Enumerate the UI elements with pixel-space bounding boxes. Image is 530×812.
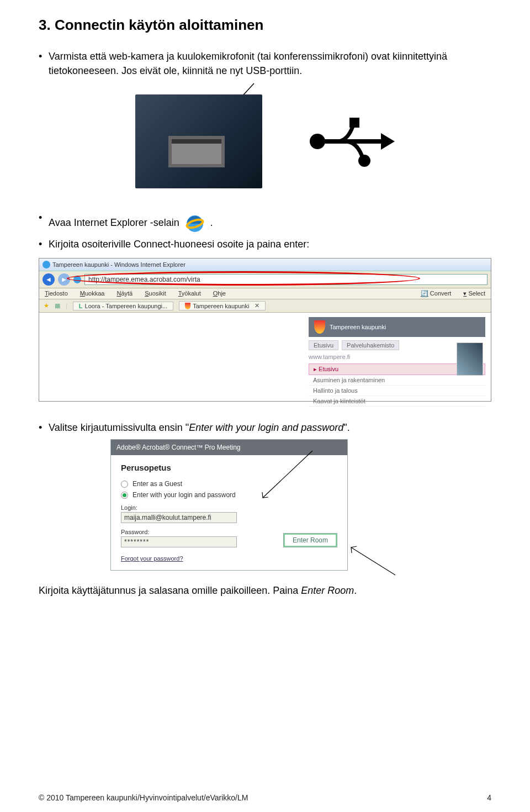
favorites-star-icon[interactable]: ★ [44, 302, 49, 309]
ie-small-icon [43, 261, 50, 268]
radio-login-label: Enter with your login and password [132, 491, 236, 499]
bullet-open-ie-text: Avaa Internet Explorer -selain [49, 215, 179, 230]
menu-tools[interactable]: Työkalut [178, 290, 201, 297]
footer-copyright: © 2010 Tampereen kaupunki/Hyvinvointipal… [39, 793, 248, 802]
forgot-password-link[interactable]: Forgot your password? [121, 555, 183, 562]
nav-item-kaavat[interactable]: Kaavat ja kiinteistöt [309, 396, 485, 407]
menu-edit[interactable]: Muokkaa [80, 290, 105, 297]
nav-back-icon[interactable]: ◄ [43, 273, 55, 286]
svg-rect-4 [349, 118, 359, 128]
site-thumbnail [457, 342, 483, 376]
usb-logo-icon [306, 106, 395, 177]
svg-point-5 [358, 155, 370, 167]
menu-help[interactable]: Ohje [213, 290, 226, 297]
menu-view[interactable]: Näytä [116, 290, 132, 297]
nav-item-asuminen[interactable]: Asuminen ja rakentaminen [309, 375, 485, 386]
login-field-label: Login: [121, 504, 337, 511]
bullet-select-login-option: Valitse kirjautumissivulta ensin "Enter … [49, 420, 491, 435]
radio-guest-label: Enter as a Guest [132, 480, 182, 488]
radio-login[interactable] [121, 492, 128, 499]
address-bar[interactable]: http://tampere.emea.acrobat.com/virta [84, 274, 487, 285]
site-tab-etusivu[interactable]: Etusivu [309, 340, 338, 350]
bullet-open-ie-period: . [210, 215, 213, 230]
nav-forward-icon[interactable]: ► [58, 273, 70, 286]
close-tab-icon[interactable]: ✕ [251, 302, 259, 309]
browser-screenshot: Tampereen kaupunki - Windows Internet Ex… [39, 258, 491, 402]
browser-tab-1[interactable]: L Loora - Tampereen kaupungi... [73, 302, 173, 310]
svg-line-9 [351, 547, 395, 575]
login-dialog-title: Adobe® Acrobat® Connect™ Pro Meeting [111, 440, 347, 455]
menu-favorites[interactable]: Suosikit [145, 290, 166, 297]
arrow-to-enter-room [348, 545, 398, 578]
usb-port-photo [135, 94, 262, 188]
bullet-write-address: Kirjoita osoiteriville Connect-huoneesi … [49, 237, 491, 251]
bullet-prerequisite: Varmista että web-kamera ja kuulokemikro… [49, 49, 491, 78]
section-heading: 3. Connectin käytön aloittaminen [39, 17, 491, 34]
browser-tab-2[interactable]: Tampereen kaupunki ✕ [179, 301, 266, 310]
closing-instruction: Kirjoita käyttäjätunnus ja salasana omil… [39, 585, 491, 597]
convert-button[interactable]: 🔄 Convert [421, 290, 452, 297]
password-input[interactable]: ******** [121, 536, 237, 547]
site-brand-text: Tampereen kaupunki [330, 324, 386, 330]
site-tab-palveluhakemisto[interactable]: Palveluhakemisto [342, 340, 399, 350]
login-dialog: Adobe® Acrobat® Connect™ Pro Meeting Per… [110, 439, 348, 571]
browser-window-title: Tampereen kaupunki - Windows Internet Ex… [52, 261, 186, 268]
browser-menu-bar: Tiedosto Muokkaa Näytä Suosikit Työkalut… [39, 288, 491, 299]
svg-marker-3 [381, 133, 395, 150]
coat-of-arms-icon [314, 320, 325, 334]
nav-item-hallinto[interactable]: Hallinto ja talous [309, 386, 485, 396]
toolbar-grid-icon[interactable]: ▦ [55, 302, 60, 309]
login-input[interactable]: maija.malli@koulut.tampere.fi [121, 512, 237, 523]
bullet-open-ie: Avaa Internet Explorer -selain . [49, 210, 491, 235]
ie-url-icon [73, 276, 81, 283]
menu-file[interactable]: Tiedosto [45, 290, 68, 297]
select-button[interactable]: ▾ Select [463, 290, 485, 297]
arrow-to-radio-login [260, 467, 315, 500]
page-number: 4 [487, 793, 491, 802]
internet-explorer-icon [183, 210, 207, 235]
radio-guest[interactable] [121, 481, 128, 488]
enter-room-button[interactable]: Enter Room [283, 533, 337, 547]
